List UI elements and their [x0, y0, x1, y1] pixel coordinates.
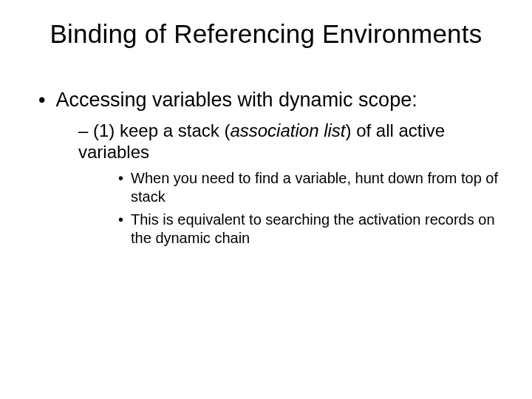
- bullet-level3-text: This is equivalent to searching the acti…: [131, 211, 502, 248]
- bullet-level2: – (1) keep a stack (association list) of…: [78, 120, 502, 163]
- bullet-level1: • Accessing variables with dynamic scope…: [38, 89, 502, 112]
- bullet-dot-icon: •: [118, 211, 123, 248]
- bullet-level1-text: Accessing variables with dynamic scope:: [55, 89, 417, 112]
- slide-title: Binding of Referencing Environments: [30, 19, 502, 49]
- bullet-level3: • When you need to find a variable, hunt…: [118, 169, 502, 206]
- dash-icon: –: [78, 120, 93, 140]
- bullet-dot-icon: •: [118, 169, 123, 206]
- bullet-level3-text: When you need to find a variable, hunt d…: [131, 169, 502, 206]
- bullet-level2-italic: association list: [230, 120, 345, 140]
- slide: Binding of Referencing Environments • Ac…: [0, 0, 532, 399]
- bullet-level3: • This is equivalent to searching the ac…: [118, 211, 502, 248]
- bullet-dot-icon: •: [38, 89, 45, 112]
- bullet-level2-prefix: (1) keep a stack (: [93, 120, 230, 140]
